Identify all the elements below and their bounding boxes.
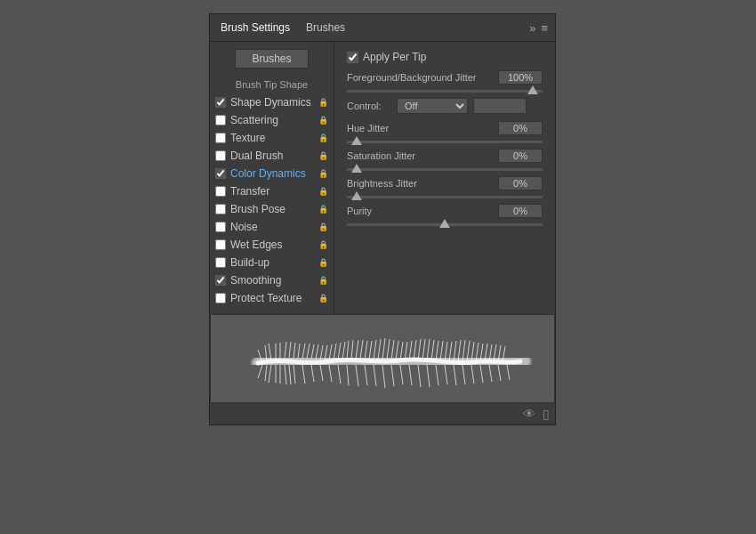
lock-icon-4: 🔒 <box>318 169 328 178</box>
foreground-jitter-slider[interactable] <box>347 90 543 93</box>
sidebar-item-label-11: Protect Texture <box>230 292 315 304</box>
apply-per-tip-checkbox[interactable] <box>347 52 358 63</box>
hue-jitter-row: Hue Jitter <box>347 121 543 135</box>
svg-line-66 <box>329 365 332 382</box>
svg-line-67 <box>338 365 341 384</box>
sidebar-item-brush-pose[interactable]: Brush Pose🔒 <box>210 200 334 218</box>
foreground-jitter-thumb[interactable] <box>527 85 538 94</box>
sidebar-item-checkbox-2[interactable] <box>215 133 226 143</box>
purity-value[interactable] <box>498 204 543 218</box>
lock-icon-5: 🔒 <box>318 187 328 196</box>
sidebar-item-label-0: Shape Dynamics <box>230 96 315 109</box>
foreground-jitter-label: Foreground/Background Jitter <box>347 72 498 83</box>
brightness-jitter-value[interactable] <box>498 176 543 190</box>
sidebar-item-checkbox-0[interactable] <box>215 97 226 108</box>
sidebar-item-dual-brush[interactable]: Dual Brush🔒 <box>210 147 334 165</box>
saturation-jitter-slider[interactable] <box>347 168 543 171</box>
hue-jitter-track <box>347 141 543 143</box>
sidebar-item-checkbox-5[interactable] <box>215 186 226 197</box>
sidebar-item-color-dynamics[interactable]: Color Dynamics🔒 <box>210 165 334 182</box>
sidebar-item-texture[interactable]: Texture🔒 <box>210 129 334 147</box>
svg-line-73 <box>391 365 394 386</box>
sidebar-item-label-7: Noise <box>230 221 315 233</box>
sidebar-item-checkbox-6[interactable] <box>215 204 226 214</box>
control-select[interactable]: Off Fade Pen Pressure Pen Tilt Stylus Wh… <box>397 98 468 114</box>
sidebar-item-checkbox-4[interactable] <box>215 168 226 179</box>
lock-icon-7: 🔒 <box>318 222 328 231</box>
sidebar-item-checkbox-8[interactable] <box>215 239 226 250</box>
lock-icon-6: 🔒 <box>318 205 328 214</box>
lock-icon-3: 🔒 <box>318 151 328 160</box>
sidebar-item-shape-dynamics[interactable]: Shape Dynamics🔒 <box>210 93 334 111</box>
svg-line-60 <box>285 365 286 384</box>
sidebar-item-checkbox-7[interactable] <box>215 222 226 232</box>
sidebar-item-noise[interactable]: Noise🔒 <box>210 218 334 236</box>
sidebar-items-container: Shape Dynamics🔒Scattering🔒Texture🔒Dual B… <box>210 93 334 307</box>
svg-line-75 <box>409 365 412 385</box>
hue-jitter-slider[interactable] <box>347 141 543 143</box>
sidebar-item-checkbox-9[interactable] <box>215 257 226 268</box>
expand-icon[interactable]: » <box>529 21 535 35</box>
sidebar-item-label-3: Dual Brush <box>230 150 315 162</box>
page-icon[interactable]: ▯ <box>543 407 550 421</box>
foreground-jitter-value[interactable] <box>498 70 543 85</box>
svg-line-72 <box>382 365 385 388</box>
hue-jitter-value[interactable] <box>498 121 543 135</box>
svg-line-70 <box>365 365 367 385</box>
hue-jitter-label: Hue Jitter <box>347 123 498 134</box>
panel-body: Brushes Brush Tip Shape Shape Dynamics🔒S… <box>210 42 555 314</box>
sidebar-item-checkbox-3[interactable] <box>215 150 226 161</box>
foreground-jitter-row: Foreground/Background Jitter <box>347 70 543 85</box>
control-label: Control: <box>347 101 391 111</box>
tab-brush-settings[interactable]: Brush Settings <box>217 20 294 36</box>
panel-header-actions: » ≡ <box>529 21 548 35</box>
lock-icon-9: 🔒 <box>318 258 328 267</box>
saturation-jitter-track <box>347 168 543 171</box>
purity-thumb[interactable] <box>439 219 450 228</box>
content-area: Apply Per Tip Foreground/Background Jitt… <box>334 42 555 314</box>
menu-icon[interactable]: ≡ <box>541 21 548 35</box>
sidebar: Brushes Brush Tip Shape Shape Dynamics🔒S… <box>210 42 334 314</box>
svg-line-69 <box>356 365 358 386</box>
panel-header: Brush Settings Brushes » ≡ <box>210 14 555 42</box>
sidebar-item-label-6: Brush Pose <box>230 203 315 215</box>
sidebar-item-wet-edges[interactable]: Wet Edges🔒 <box>210 236 334 254</box>
brushes-button[interactable]: Brushes <box>235 49 308 69</box>
lock-icon-2: 🔒 <box>318 134 328 142</box>
eye-icon[interactable]: 👁 <box>523 407 535 421</box>
sidebar-item-protect-texture[interactable]: Protect Texture🔒 <box>210 289 334 307</box>
foreground-jitter-track <box>347 90 543 93</box>
hue-jitter-thumb[interactable] <box>351 136 362 145</box>
lock-icon-1: 🔒 <box>318 116 328 125</box>
sidebar-item-checkbox-11[interactable] <box>215 293 226 303</box>
preview-footer: 👁 ▯ <box>210 403 555 425</box>
saturation-jitter-value[interactable] <box>498 149 543 163</box>
sidebar-item-label-10: Smoothing <box>230 274 315 287</box>
brightness-jitter-slider[interactable] <box>347 196 543 198</box>
brightness-jitter-thumb[interactable] <box>351 191 362 200</box>
purity-slider[interactable] <box>347 223 543 226</box>
lock-icon-8: 🔒 <box>318 240 328 249</box>
saturation-jitter-thumb[interactable] <box>351 164 362 173</box>
preview-area: 👁 ▯ <box>210 314 555 425</box>
lock-icon-10: 🔒 <box>318 276 328 285</box>
sidebar-item-label-8: Wet Edges <box>230 239 315 251</box>
sidebar-item-build-up[interactable]: Build-up🔒 <box>210 254 334 271</box>
brush-settings-panel: Brush Settings Brushes » ≡ Brushes Brush… <box>209 13 556 425</box>
svg-line-61 <box>289 365 291 384</box>
sidebar-item-label-2: Texture <box>230 132 315 144</box>
brightness-jitter-row: Brightness Jitter <box>347 176 543 190</box>
tab-brushes[interactable]: Brushes <box>302 20 349 36</box>
purity-track <box>347 223 543 226</box>
saturation-jitter-row: Saturation Jitter <box>347 149 543 163</box>
sidebar-item-checkbox-1[interactable] <box>215 115 226 125</box>
sidebar-item-transfer[interactable]: Transfer🔒 <box>210 182 334 200</box>
sidebar-item-checkbox-10[interactable] <box>215 275 226 286</box>
svg-line-71 <box>374 365 376 386</box>
sidebar-item-label-9: Build-up <box>230 256 315 269</box>
sidebar-item-smoothing[interactable]: Smoothing🔒 <box>210 271 334 289</box>
svg-line-78 <box>436 365 438 385</box>
preview-canvas <box>210 314 555 403</box>
sidebar-item-label-4: Color Dynamics <box>230 167 315 180</box>
sidebar-item-scattering[interactable]: Scattering🔒 <box>210 111 334 129</box>
